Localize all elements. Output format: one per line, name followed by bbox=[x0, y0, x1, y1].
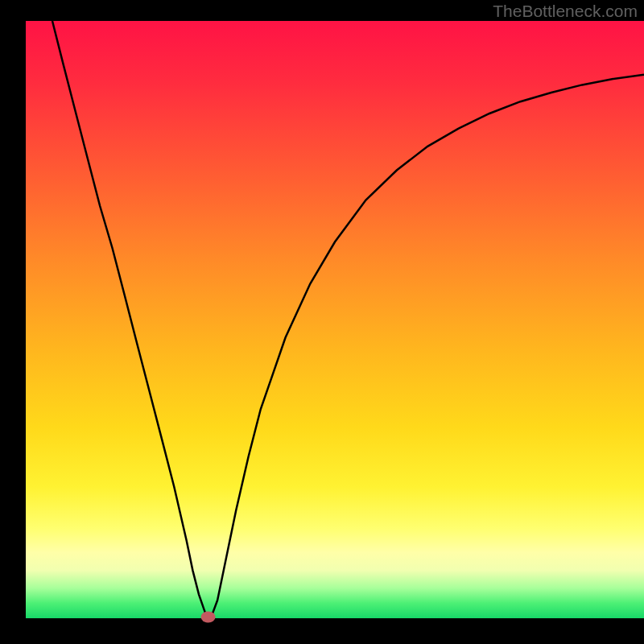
plot-background bbox=[26, 21, 644, 618]
chart-container bbox=[0, 0, 644, 644]
chart-svg bbox=[0, 0, 644, 644]
watermark: TheBottleneck.com bbox=[493, 2, 638, 21]
min-marker bbox=[201, 612, 216, 623]
